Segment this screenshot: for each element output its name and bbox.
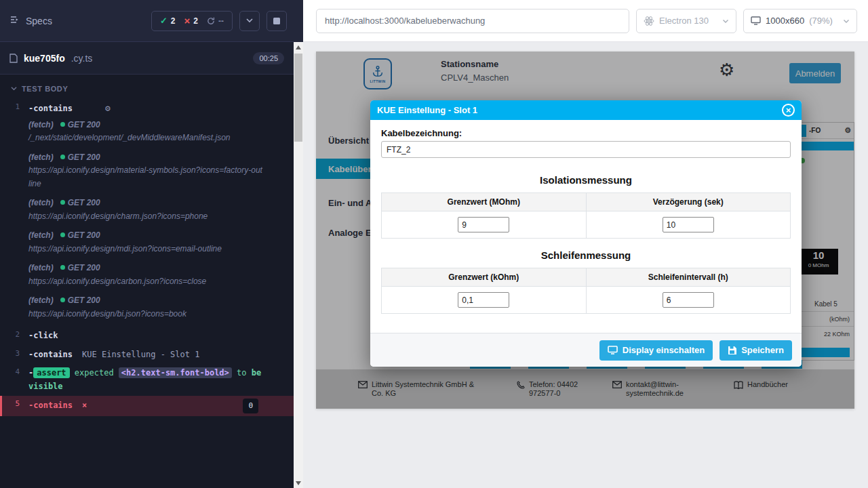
success-dot-icon [60,155,65,159]
stop-icon [273,15,280,27]
aut-frame: LITTWIN Stationsname CPLV4_Maschen ⚙ Abm… [316,52,854,409]
assert-row[interactable]: 4 -assert expected <h2.text-sm.font-bold… [0,364,294,396]
loop-section-title: Schleifenmessung [381,249,791,261]
cable-name-input[interactable] [381,141,791,158]
iso-limit-input[interactable] [458,217,509,232]
isolation-table: Grenzwert (MOhm) Verzögerung (sek) [381,192,791,239]
kue-settings-modal: KUE Einstellung - Slot 1 × Kabelbezeichn… [370,100,802,367]
browser-label: Electron 130 [659,16,709,26]
app-pane: Electron 130 1000x660 (79%) LITTWIN Stat… [303,0,868,488]
fetch-log[interactable]: (fetch)GET 200https://api.iconify.design… [0,151,294,191]
fetch-log[interactable]: (fetch)GET 200https://api.iconify.design… [0,197,294,223]
viewport-zoom: (79%) [809,16,833,26]
success-dot-icon [60,298,65,302]
isolation-section-title: Isolationsmessung [381,174,791,186]
command-row[interactable]: 1 -contains⚙ [0,99,294,119]
iso-delay-input[interactable] [663,217,714,232]
fetch-log[interactable]: (fetch)GET 200/_next/static/development/… [0,119,294,145]
sidebar-scrollbar[interactable] [294,0,303,488]
assert-badge: assert [33,367,69,378]
command-row[interactable]: 3 -containsKUE Einstellung - Slot 1 [0,346,294,365]
test-stats[interactable]: ✓2 ×2 -- [151,11,233,31]
browser-select[interactable]: Electron 130 [636,9,736,33]
spec-ext: .cy.ts [71,53,93,64]
fail-x-icon: × [82,399,87,413]
loop-table: Grenzwert (kOhm) Schleifenintervall (h) [381,268,791,314]
chevron-down-icon [11,85,17,93]
modal-header: KUE Einstellung - Slot 1 × [370,100,802,120]
fetch-log[interactable]: (fetch)GET 200https://api.iconify.design… [0,294,294,321]
success-dot-icon [60,122,65,127]
spec-duration-badge: 00:25 [253,52,284,64]
loop-col2-header: Schleifenintervall (h) [586,268,791,287]
fetch-log[interactable]: (fetch)GET 200https://api.iconify.design… [0,262,294,288]
retry-count-badge: 0 [243,399,258,413]
spec-row[interactable]: kue705fo.cy.ts 00:25 [0,42,294,75]
electron-icon [644,16,654,26]
command-log: TEST BODY 1 -contains⚙ (fetch)GET 200/_n… [0,75,294,416]
scrollbar-track[interactable] [294,42,303,488]
command-row[interactable]: 2 -click [0,327,294,346]
cable-name-label: Kabelbezeichnung: [381,128,791,138]
stat-failed: ×2 [184,15,198,26]
spec-name: kue705fo [24,53,65,64]
scroll-down-arrow[interactable] [294,478,303,488]
success-dot-icon [60,232,65,237]
stat-pending: -- [207,16,224,26]
scrollbar-thumb[interactable] [294,54,302,142]
test-body-header[interactable]: TEST BODY [0,81,294,99]
file-icon [9,54,18,63]
gear-icon: ⚙ [105,103,111,113]
chevron-down-icon [843,18,850,24]
modal-title: KUE Einstellung - Slot 1 [377,105,477,115]
specs-button[interactable]: Specs [9,14,52,27]
modal-body: Kabelbezeichnung: Isolationsmessung Gren… [370,120,802,333]
stat-passed: ✓2 [160,16,176,26]
cross-icon: × [184,15,191,26]
success-dot-icon [60,200,65,205]
modal-footer: Display einschalten Speichern [370,333,802,367]
cypress-sidebar: Specs ✓2 ×2 -- kue705fo.cy.ts 00:25 TEST… [0,0,294,488]
floppy-icon [728,346,736,354]
chevron-down-icon [722,18,729,24]
display-on-button[interactable]: Display einschalten [599,340,713,361]
save-button[interactable]: Speichern [719,340,792,361]
specs-label: Specs [26,16,52,26]
loop-col1-header: Grenzwert (kOhm) [382,268,587,287]
aut-toolbar: Electron 130 1000x660 (79%) [303,0,868,42]
close-icon[interactable]: × [782,104,795,117]
success-dot-icon [60,265,65,270]
monitor-icon [751,16,761,25]
scroll-up-arrow[interactable] [294,42,303,52]
stop-button[interactable] [267,11,287,31]
loop-interval-input[interactable] [663,292,714,308]
cypress-header: Specs ✓2 ×2 -- [0,0,294,42]
failed-command-row[interactable]: 5 -contains×0 [0,396,294,416]
viewport-size: 1000x660 [766,16,804,26]
chevron-down-icon [245,15,254,27]
url-input[interactable] [316,9,629,33]
collapse-button[interactable] [239,11,260,31]
check-icon: ✓ [160,16,167,26]
specs-list-icon [9,14,20,27]
iso-col2-header: Verzögerung (sek) [586,193,791,211]
monitor-icon [608,346,618,354]
viewport-select[interactable]: 1000x660 (79%) [743,9,857,33]
iso-col1-header: Grenzwert (MOhm) [382,193,587,211]
fetch-log[interactable]: (fetch)GET 200https://api.iconify.design… [0,229,294,256]
refresh-icon [207,17,215,25]
assert-element: <h2.text-sm.font-bold> [119,367,232,378]
loop-limit-input[interactable] [458,292,509,308]
